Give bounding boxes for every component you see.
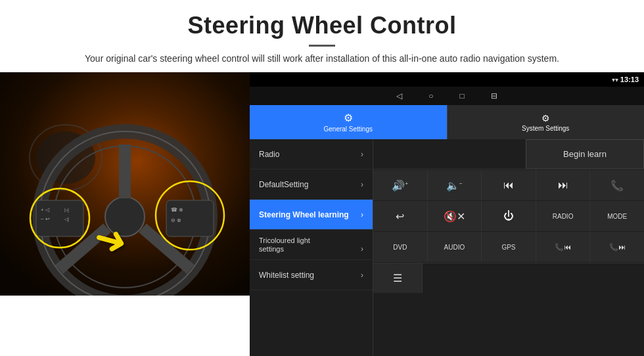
audio-button-label: AUDIO xyxy=(444,244,465,251)
android-ui: ▾▾ 13:13 ◁ ○ □ ⊟ ⚙ General Settings ⚙ xyxy=(250,72,644,356)
system-settings-icon: ⚙ xyxy=(541,113,550,123)
whitelist-chevron-icon: › xyxy=(361,271,363,280)
general-settings-label: General Settings xyxy=(324,125,373,133)
begin-learn-label: Begin learn xyxy=(563,149,607,159)
default-chevron-icon: › xyxy=(361,180,363,189)
power-button[interactable]: ⏻ xyxy=(482,201,536,231)
title-divider xyxy=(309,45,335,47)
steering-chevron-icon: › xyxy=(361,210,363,219)
main-content: Radio › DefaultSetting › Steering Wheel … xyxy=(250,139,644,356)
button-grid-row2: ↩ 🔇✕ ⏻ RADIO MODE xyxy=(373,201,644,231)
vol-down-icon: 🔈− xyxy=(446,179,463,192)
menu-item-default-label: DefaultSetting xyxy=(259,180,308,189)
menu-item-whitelist-label: Whitelist setting xyxy=(259,271,314,280)
svg-text:◁|: ◁| xyxy=(64,217,69,222)
begin-learn-button[interactable]: Begin learn xyxy=(526,139,644,169)
page-title: Steering Wheel Control xyxy=(26,12,618,39)
back-nav-icon[interactable]: ◁ xyxy=(396,91,402,100)
call-icon: 📞 xyxy=(610,179,624,192)
top-section: Steering Wheel Control Your original car… xyxy=(0,0,644,72)
menu-item-tricoloured-label: Tricoloured light xyxy=(259,236,310,244)
menu-item-radio[interactable]: Radio › xyxy=(250,139,373,169)
menu-item-tricoloured[interactable]: Tricoloured light settings › xyxy=(250,230,373,260)
mute-icon: 🔇✕ xyxy=(444,210,465,223)
radio-button[interactable]: RADIO xyxy=(536,201,590,231)
vol-down-button[interactable]: 🔈− xyxy=(428,170,482,200)
menu-item-radio-label: Radio xyxy=(259,150,279,159)
menu-item-default[interactable]: DefaultSetting › xyxy=(250,169,373,200)
prev-icon: ⏮ xyxy=(503,179,514,191)
gps-button-label: GPS xyxy=(501,244,515,251)
next-icon: ⏭ xyxy=(558,179,568,191)
special-menu-icon: ☰ xyxy=(393,272,402,284)
hang-up-icon: ↩ xyxy=(396,210,404,223)
gps-button[interactable]: GPS xyxy=(482,232,536,262)
tricoloured-chevron-icon: › xyxy=(361,244,363,254)
tel-next-button[interactable]: 📞⏭ xyxy=(590,232,644,262)
home-nav-icon[interactable]: ○ xyxy=(428,91,433,100)
mode-button[interactable]: MODE xyxy=(590,201,644,231)
svg-text:+ ◁: + ◁ xyxy=(41,207,50,213)
radio-chevron-icon: › xyxy=(361,150,363,159)
general-settings-icon: ⚙ xyxy=(344,112,353,124)
status-icons: ▾▾ 13:13 xyxy=(612,76,639,83)
svg-text:⊖  ⊗: ⊖ ⊗ xyxy=(171,217,181,223)
vol-up-icon: 🔊+ xyxy=(392,179,408,192)
time-display: 13:13 xyxy=(620,76,639,83)
menu-nav-icon[interactable]: ⊟ xyxy=(491,91,497,100)
nav-bar: ◁ ○ □ ⊟ xyxy=(250,87,644,105)
top-row: Begin learn xyxy=(373,139,644,169)
dvd-button[interactable]: DVD xyxy=(373,232,427,262)
tel-prev-icon: 📞⏮ xyxy=(555,243,571,252)
tel-next-icon: 📞⏭ xyxy=(609,243,626,252)
menu-item-steering-label: Steering Wheel learning xyxy=(259,210,349,219)
tab-system[interactable]: ⚙ System Settings xyxy=(447,105,645,139)
mode-button-label: MODE xyxy=(607,213,627,220)
button-grid-row3: DVD AUDIO GPS 📞⏮ 📞⏭ xyxy=(373,232,644,262)
power-icon: ⏻ xyxy=(503,210,514,222)
vol-up-button[interactable]: 🔊+ xyxy=(373,170,427,200)
call-button[interactable]: 📞 xyxy=(590,170,644,200)
menu-list: Radio › DefaultSetting › Steering Wheel … xyxy=(250,139,373,356)
dvd-button-label: DVD xyxy=(393,244,407,251)
special-menu-button[interactable]: ☰ xyxy=(373,263,423,293)
button-grid-row1: 🔊+ 🔈− ⏮ ⏭ 📞 xyxy=(373,170,644,200)
car-image: + ◁ − ↩ ▷| ◁| ☎ ⊕ ⊖ ⊗ ➜ xyxy=(0,72,250,296)
status-bar: ▾▾ 13:13 xyxy=(250,72,644,87)
subtitle: Your original car's steering wheel contr… xyxy=(26,52,618,66)
svg-text:☎  ⊕: ☎ ⊕ xyxy=(171,207,183,213)
tab-bar: ⚙ General Settings ⚙ System Settings xyxy=(250,105,644,139)
system-settings-label: System Settings xyxy=(522,125,569,132)
steering-wheel-background: + ◁ − ↩ ▷| ◁| ☎ ⊕ ⊖ ⊗ ➜ xyxy=(0,72,250,296)
menu-item-tricoloured-label2: settings xyxy=(259,245,284,253)
control-panel: Begin learn 🔊+ 🔈− ⏮ xyxy=(373,139,644,356)
audio-button[interactable]: AUDIO xyxy=(428,232,482,262)
svg-text:▷|: ▷| xyxy=(64,208,69,213)
tab-general[interactable]: ⚙ General Settings xyxy=(250,105,447,139)
page-wrapper: Steering Wheel Control Your original car… xyxy=(0,0,644,356)
content-section: + ◁ − ↩ ▷| ◁| ☎ ⊕ ⊖ ⊗ ➜ xyxy=(0,72,644,356)
steering-wheel-svg: + ◁ − ↩ ▷| ◁| ☎ ⊕ ⊖ ⊗ xyxy=(0,72,250,296)
svg-text:−  ↩: − ↩ xyxy=(41,216,50,222)
next-button[interactable]: ⏭ xyxy=(536,170,590,200)
radio-button-label: RADIO xyxy=(553,213,574,220)
prev-button[interactable]: ⏮ xyxy=(482,170,536,200)
mute-button[interactable]: 🔇✕ xyxy=(428,201,482,231)
menu-item-whitelist[interactable]: Whitelist setting › xyxy=(250,260,373,290)
top-row-spacer xyxy=(373,139,526,169)
hang-up-button[interactable]: ↩ xyxy=(373,201,427,231)
tel-prev-button[interactable]: 📞⏮ xyxy=(536,232,590,262)
recent-nav-icon[interactable]: □ xyxy=(460,91,465,100)
menu-item-steering[interactable]: Steering Wheel learning › xyxy=(250,200,373,230)
wifi-icon: ▾▾ xyxy=(612,76,618,83)
bottom-special-row: ☰ xyxy=(373,263,644,293)
